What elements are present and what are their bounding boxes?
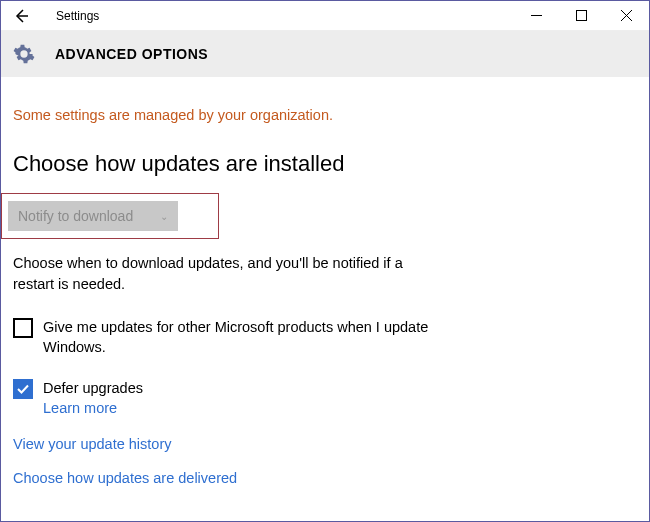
dropdown-selected: Notify to download bbox=[18, 208, 133, 224]
link-section: View your update history Choose how upda… bbox=[13, 436, 635, 486]
back-arrow-icon bbox=[12, 7, 30, 25]
body-text: Choose when to download updates, and you… bbox=[13, 253, 443, 295]
svg-rect-1 bbox=[577, 11, 587, 21]
maximize-icon bbox=[576, 10, 587, 21]
learn-more-link[interactable]: Learn more bbox=[43, 400, 143, 416]
org-notice: Some settings are managed by your organi… bbox=[13, 107, 635, 123]
window-controls bbox=[514, 1, 649, 31]
maximize-button[interactable] bbox=[559, 1, 604, 31]
check-icon bbox=[16, 382, 30, 396]
chevron-down-icon: ⌄ bbox=[160, 211, 168, 222]
checkbox-row-other-products: Give me updates for other Microsoft prod… bbox=[13, 317, 463, 358]
checkbox-row-defer: Defer upgrades Learn more bbox=[13, 378, 463, 416]
close-button[interactable] bbox=[604, 1, 649, 31]
app-title: Settings bbox=[56, 9, 514, 23]
gear-icon bbox=[13, 43, 35, 65]
section-heading: Choose how updates are installed bbox=[13, 151, 635, 177]
back-button[interactable] bbox=[1, 1, 41, 31]
checkbox-defer-label: Defer upgrades bbox=[43, 378, 143, 398]
checkbox-other-products[interactable] bbox=[13, 318, 33, 338]
checkbox-defer-upgrades[interactable] bbox=[13, 379, 33, 399]
update-mode-dropdown[interactable]: Notify to download ⌄ bbox=[8, 201, 178, 231]
header: ADVANCED OPTIONS bbox=[1, 31, 649, 77]
minimize-button[interactable] bbox=[514, 1, 559, 31]
minimize-icon bbox=[531, 10, 542, 21]
content: Some settings are managed by your organi… bbox=[1, 77, 649, 486]
update-delivery-link[interactable]: Choose how updates are delivered bbox=[13, 470, 635, 486]
titlebar: Settings bbox=[1, 1, 649, 31]
update-history-link[interactable]: View your update history bbox=[13, 436, 635, 452]
page-title: ADVANCED OPTIONS bbox=[55, 46, 208, 62]
highlight-box: Notify to download ⌄ bbox=[1, 193, 219, 239]
checkbox-other-products-label: Give me updates for other Microsoft prod… bbox=[43, 317, 463, 358]
close-icon bbox=[621, 10, 632, 21]
